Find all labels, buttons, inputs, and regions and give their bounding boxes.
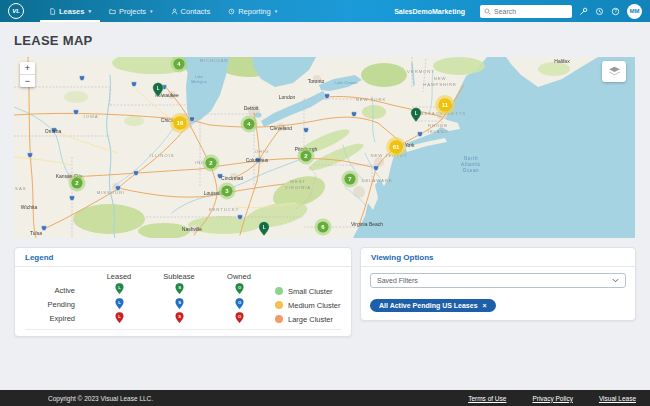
map-cluster-7[interactable]: 7 bbox=[342, 171, 359, 188]
reporting-icon bbox=[228, 8, 235, 15]
search-icon bbox=[484, 8, 491, 15]
map-pin-icon: S bbox=[175, 298, 184, 310]
saved-filters-select[interactable]: Saved Filters bbox=[370, 273, 626, 288]
cluster-swatch bbox=[275, 287, 283, 295]
interstate-shield-icon bbox=[41, 226, 46, 231]
page-title: LEASE MAP bbox=[14, 33, 636, 48]
search-box[interactable] bbox=[480, 5, 572, 18]
zoom-out-button[interactable]: − bbox=[20, 75, 35, 87]
state-label: WEST bbox=[290, 179, 306, 184]
footer: Copyright © 2023 Visual Lease LLC. Terms… bbox=[0, 390, 650, 406]
nav-item-leases[interactable]: Leases▾ bbox=[40, 0, 100, 22]
avatar[interactable]: MM bbox=[627, 4, 642, 19]
chevron-down-icon: ▾ bbox=[88, 8, 91, 14]
svg-text:S: S bbox=[178, 299, 181, 304]
map-zoom-control: + − bbox=[20, 62, 35, 87]
city-label: Cleveland bbox=[270, 125, 292, 131]
legend-row-pending: PendingLSO bbox=[23, 298, 269, 312]
map-cluster-6[interactable]: 6 bbox=[315, 219, 332, 236]
state-label: IOWA bbox=[84, 114, 99, 119]
map-cluster-11[interactable]: 11 bbox=[435, 95, 455, 115]
svg-text:11: 11 bbox=[442, 102, 449, 108]
legend-title: Legend bbox=[15, 248, 351, 267]
folder-icon bbox=[109, 8, 116, 15]
search-input[interactable] bbox=[494, 8, 568, 15]
nav-item-reporting[interactable]: Reporting▾ bbox=[219, 0, 286, 22]
legend-row-expired: ExpiredLSO bbox=[23, 312, 269, 326]
layers-icon bbox=[608, 66, 621, 77]
nav-item-contacts[interactable]: Contacts bbox=[162, 0, 220, 22]
city-label: Columbus bbox=[246, 157, 269, 163]
interstate-shield-icon bbox=[237, 215, 242, 220]
state-label: OHIO bbox=[255, 149, 270, 154]
city-label: London bbox=[279, 94, 296, 100]
filter-chip[interactable]: All Active Pending US Leases× bbox=[370, 299, 496, 312]
layers-button[interactable] bbox=[602, 61, 626, 82]
legend-header-row: LeasedSubleaseOwned bbox=[23, 269, 269, 283]
footer-link-visual-lease[interactable]: Visual Lease bbox=[599, 395, 636, 402]
legend-table: LeasedSubleaseOwnedActiveLSOPendingLSOEx… bbox=[23, 269, 269, 326]
account-name: SalesDemoMarketing bbox=[394, 8, 465, 15]
map-cluster-2[interactable]: 2 bbox=[298, 148, 315, 165]
chip-remove-icon[interactable]: × bbox=[483, 302, 487, 309]
map-pin-icon: L bbox=[115, 312, 124, 324]
city-label: Halifax bbox=[554, 58, 570, 64]
zoom-in-button[interactable]: + bbox=[20, 62, 35, 74]
state-label: ISLAND bbox=[428, 129, 449, 134]
interstate-shield-icon bbox=[73, 110, 78, 115]
main-menu: Leases▾Projects▾ContactsReporting▾ bbox=[40, 0, 286, 22]
interstate-shield-icon bbox=[133, 171, 138, 176]
cluster-legend-item: Large Cluster bbox=[275, 312, 341, 326]
city-label: Tulsa bbox=[30, 230, 42, 236]
map-pin-icon: O bbox=[235, 312, 244, 324]
svg-text:16: 16 bbox=[177, 120, 184, 126]
svg-text:L: L bbox=[415, 111, 418, 116]
history-icon[interactable] bbox=[595, 7, 604, 16]
interstate-shield-icon bbox=[79, 76, 84, 81]
map-cluster-2[interactable]: 2 bbox=[69, 175, 86, 192]
page-body: LEASE MAP bbox=[0, 22, 650, 337]
state-label: VERMONT bbox=[407, 69, 435, 74]
filter-chip-label: All Active Pending US Leases bbox=[379, 302, 478, 309]
cluster-legend-label: Large Cluster bbox=[288, 315, 333, 324]
map-cluster-2[interactable]: 2 bbox=[203, 155, 220, 172]
legend-row-label: Active bbox=[23, 283, 89, 297]
interstate-shield-icon bbox=[131, 82, 136, 87]
interstate-shield-icon bbox=[189, 117, 194, 122]
map-pin-icon: S bbox=[175, 312, 184, 324]
map-cluster-3[interactable]: 3 bbox=[219, 183, 236, 200]
svg-text:L: L bbox=[263, 225, 266, 230]
footer-link-terms-of-use[interactable]: Terms of Use bbox=[468, 395, 506, 402]
svg-text:S: S bbox=[178, 285, 181, 290]
state-label: NEW bbox=[434, 76, 447, 81]
map-cluster-61[interactable]: 61 bbox=[386, 137, 406, 157]
state-label: ILLINOIS bbox=[150, 153, 175, 158]
map-cluster-16[interactable]: 16 bbox=[170, 113, 190, 133]
map-cluster-4[interactable]: 4 bbox=[241, 116, 258, 133]
city-label: Wichita bbox=[21, 204, 38, 210]
interstate-shield-icon bbox=[69, 196, 74, 201]
city-label: Toronto bbox=[308, 78, 325, 84]
legend-row-label: Pending bbox=[23, 298, 89, 312]
wrench-icon[interactable] bbox=[579, 7, 588, 16]
map-pin-icon: S bbox=[175, 283, 184, 295]
map-pin-icon: L bbox=[115, 298, 124, 310]
svg-text:S: S bbox=[178, 314, 181, 319]
saved-filters-label: Saved Filters bbox=[377, 277, 418, 284]
state-label: MICHIGAN bbox=[200, 58, 229, 63]
cluster-swatch bbox=[275, 315, 283, 323]
nav-right: SalesDemoMarketing ? MM bbox=[394, 4, 642, 19]
lease-map[interactable]: LakeMichiganLake Ontario MICHIGANIOWAILL… bbox=[14, 57, 635, 238]
nav-item-projects[interactable]: Projects▾ bbox=[100, 0, 162, 22]
document-icon bbox=[49, 8, 56, 15]
cluster-legend-label: Medium Cluster bbox=[288, 301, 341, 310]
footer-link-privacy-policy[interactable]: Privacy Policy bbox=[532, 395, 572, 402]
legend-column-owned: Owned bbox=[209, 269, 269, 283]
city-label: Cincinnati bbox=[221, 175, 243, 181]
interstate-shield-icon bbox=[27, 153, 32, 158]
chevron-down-icon bbox=[612, 278, 619, 283]
brand-logo[interactable]: VL bbox=[8, 3, 24, 19]
nav-item-label: Reporting bbox=[238, 7, 271, 16]
help-icon[interactable]: ? bbox=[611, 7, 620, 16]
ocean-label: NorthAtlanticOcean bbox=[461, 156, 481, 173]
